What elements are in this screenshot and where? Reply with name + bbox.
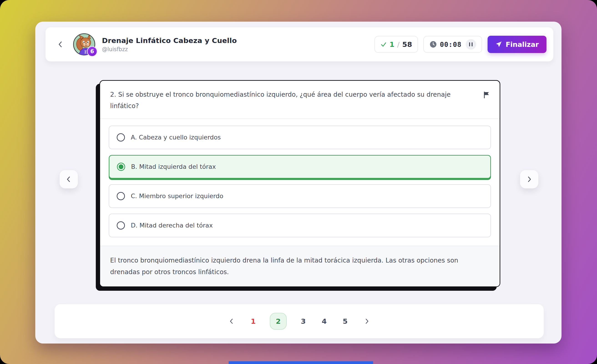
score-current: 1 (390, 40, 394, 48)
page-3-button[interactable]: 3 (299, 317, 308, 325)
screen-background: Σ 6 Drenaje Linfático Cabeza y Cuello @l… (0, 0, 597, 364)
bottom-blue-bar (229, 361, 373, 364)
chevron-left-icon (228, 318, 235, 325)
title-block: Drenaje Linfático Cabeza y Cuello @luisf… (102, 36, 237, 53)
radio-unchecked[interactable] (117, 221, 125, 229)
score-pill: 1 / 58 (375, 36, 418, 53)
score-separator: / (397, 40, 400, 48)
avatar: Σ 6 (73, 33, 95, 56)
flag-icon (483, 91, 490, 99)
level-badge: 6 (87, 46, 97, 57)
explanation-panel: El tronco bronquiomediastínico izquierdo… (100, 246, 500, 286)
option-a-label: A. Cabeza y cuello izquierdos (131, 134, 221, 141)
prev-question-button[interactable] (60, 170, 78, 188)
finish-button[interactable]: Finalizar (487, 36, 547, 53)
chevron-left-icon (57, 40, 64, 48)
question-text: 2. Si se obstruye el tronco bronquiomedi… (110, 89, 470, 112)
check-icon (380, 41, 387, 47)
pagination-prev-button[interactable] (227, 316, 237, 326)
page-2-button[interactable]: 2 (270, 313, 287, 330)
flag-question-button[interactable] (481, 90, 491, 100)
app-window: Σ 6 Drenaje Linfático Cabeza y Cuello @l… (35, 22, 562, 344)
clock-icon (429, 40, 437, 48)
page-4-button[interactable]: 4 (320, 317, 329, 325)
finish-button-label: Finalizar (506, 40, 539, 48)
options-list: A. Cabeza y cuello izquierdos B. Mitad i… (100, 119, 500, 245)
option-b[interactable]: B. Mitad izquierda del tórax (109, 155, 491, 179)
option-c[interactable]: C. Miembro superior izquierdo (109, 184, 491, 208)
question-card: 2. Si se obstruye el tronco bronquiomedi… (99, 80, 500, 287)
chevron-right-icon (526, 176, 533, 183)
paper-plane-icon (495, 41, 502, 48)
back-button[interactable] (54, 38, 67, 51)
option-d[interactable]: D. Mitad derecha del tórax (109, 214, 491, 237)
option-a[interactable]: A. Cabeza y cuello izquierdos (109, 126, 491, 149)
pagination-bar: 1 2 3 4 5 (55, 304, 544, 338)
option-b-label: B. Mitad izquierda del tórax (131, 163, 216, 170)
quiz-title: Drenaje Linfático Cabeza y Cuello (102, 36, 237, 45)
score-total: 58 (402, 40, 412, 48)
chevron-right-icon (363, 318, 370, 325)
option-c-label: C. Miembro superior izquierdo (131, 192, 223, 199)
page-5-button[interactable]: 5 (341, 317, 349, 325)
header-actions: 1 / 58 00:08 Fina (375, 36, 547, 53)
pause-button[interactable] (466, 39, 476, 50)
option-d-label: D. Mitad derecha del tórax (131, 222, 213, 229)
timer-pill: 00:08 (424, 36, 482, 53)
chevron-left-icon (65, 176, 72, 183)
pagination-next-button[interactable] (362, 316, 372, 326)
next-question-button[interactable] (520, 170, 538, 188)
radio-unchecked[interactable] (117, 192, 125, 200)
radio-unchecked[interactable] (117, 133, 125, 142)
svg-text:Σ: Σ (84, 50, 87, 54)
header-bar: Σ 6 Drenaje Linfático Cabeza y Cuello @l… (46, 27, 553, 61)
timer-value: 00:08 (440, 40, 461, 48)
page-1-button[interactable]: 1 (249, 317, 258, 325)
author-handle: @luisfbzz (102, 46, 237, 53)
question-header: 2. Si se obstruye el tronco bronquiomedi… (100, 81, 500, 119)
radio-checked[interactable] (117, 163, 125, 171)
explanation-text: El tronco bronquiomediastínico izquierdo… (110, 255, 476, 278)
pause-icon (469, 42, 472, 47)
